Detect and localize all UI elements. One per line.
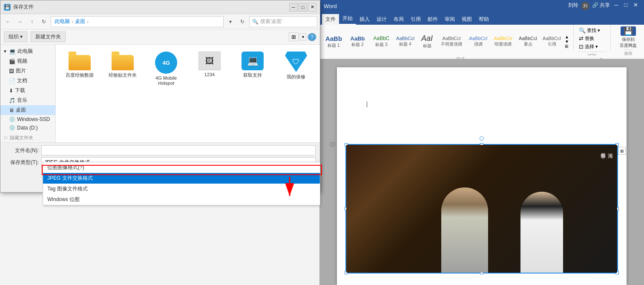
style-ref[interactable]: AaBbCcl 引用 (540, 35, 564, 48)
tab-review[interactable]: 审阅 (441, 14, 458, 25)
dialog-maximize[interactable]: □ (299, 3, 307, 12)
address-part-1[interactable]: 此电脑 (55, 18, 70, 25)
file-baidu[interactable]: 百度经验数据 (60, 49, 99, 88)
windows-ssd-label: Windows-SSD (17, 116, 50, 122)
style-h4[interactable]: AaBbCcl 标题 4 (394, 35, 417, 48)
file-warranty[interactable]: 🛡 我的保修 (276, 49, 316, 88)
pictures-icon: 🖼 (9, 68, 14, 74)
tab-view[interactable]: 视图 (458, 14, 475, 25)
sidebar-item-downloads[interactable]: ⬇ 下载 (0, 86, 55, 95)
new-folder-btn[interactable]: 新建文件夹 (31, 32, 66, 42)
help-btn[interactable]: ? (308, 33, 316, 41)
tab-mail[interactable]: 邮件 (424, 14, 441, 25)
nav-forward-btn[interactable]: → (15, 17, 25, 27)
search-placeholder: 搜索'桌面' (260, 18, 283, 25)
tab-layout[interactable]: 布局 (390, 14, 407, 25)
dialog-titlebar: 💾 保存文件 ─ □ ✕ (0, 0, 320, 14)
file-experience[interactable]: 经验贴文件夹 (104, 49, 143, 88)
downloads-label: 下载 (15, 87, 25, 94)
nav-up-btn[interactable]: ↑ (27, 17, 37, 27)
desktop-label: 桌面 (16, 107, 26, 114)
file-support[interactable]: 💻 获取支持 (233, 49, 273, 88)
search-box[interactable]: 🔍 搜索'桌面' (249, 16, 317, 27)
style-title-label: 标题 (423, 43, 431, 49)
maximize-btn[interactable]: □ (622, 2, 629, 10)
save-group[interactable]: 💾 保存到百度网盘 保存 (612, 25, 644, 58)
style-quote[interactable]: AaBbCcl 要点 (516, 35, 540, 48)
style-h2-label: 标题 2 (351, 42, 363, 48)
word-user: 刘玲 (568, 2, 578, 10)
expand-hidden-icon[interactable]: ▷ (4, 135, 9, 140)
dialog-minimize[interactable]: ─ (289, 3, 298, 12)
style-subtle[interactable]: AaBbCcl 不明显强调 (437, 35, 466, 48)
nav-back-btn[interactable]: ← (3, 17, 13, 27)
styles-scroll[interactable]: ▲ ▼ ⊞ (565, 35, 569, 49)
tab-home[interactable]: 开始 (339, 13, 356, 25)
style-h3[interactable]: AaBbC 标题 3 (370, 35, 393, 48)
nav-refresh-btn[interactable]: ↻ (39, 17, 49, 27)
address-part-2[interactable]: 桌面 (75, 18, 85, 25)
close-btn[interactable]: ✕ (632, 2, 640, 10)
dialog-close[interactable]: ✕ (308, 3, 316, 12)
file-4g-name: 4G MobileHotspot (155, 75, 177, 86)
style-h1[interactable]: AaBb 标题 1 (322, 34, 345, 49)
replace-btn[interactable]: ⇄ 替换 (578, 35, 607, 43)
sidebar-item-data-d[interactable]: 💿 Data (D:) (0, 124, 55, 132)
style-h1-preview: AaBb (325, 35, 342, 43)
video-label: 视频 (17, 58, 27, 65)
find-btn[interactable]: 🔍 查找 ▾ (578, 26, 607, 35)
tab-design[interactable]: 设计 (373, 14, 390, 25)
layout-options-icon[interactable]: ⊞ (618, 147, 626, 155)
filename-input[interactable] (41, 145, 316, 155)
sidebar-item-documents[interactable]: 📄 文档 (0, 76, 55, 86)
word-page: ⊞ 海清似乎寄居 ⚙ (337, 67, 627, 285)
filetype-dropdown[interactable]: 位图图像格式(?) JPEG 文件交换格式 Tag 图像文件格式 Windows… (43, 162, 320, 205)
file-4g[interactable]: 4G 4G MobileHotspot (147, 49, 186, 88)
rotate-handle[interactable] (480, 136, 484, 141)
share-btn[interactable]: 🔗 共享 (592, 2, 610, 10)
icon-warranty: 🛡 (285, 52, 307, 72)
address-dropdown-btn[interactable]: ▾ (225, 17, 236, 27)
minimize-btn[interactable]: ─ (612, 2, 620, 10)
sidebar-item-music[interactable]: 🎵 音乐 (0, 95, 55, 105)
tab-file[interactable]: 文件 (322, 14, 339, 25)
find-label: 查找 ▾ (587, 27, 600, 34)
style-h3-label: 标题 3 (375, 42, 387, 48)
sidebar-computer-header[interactable]: ▼ 💻 此电脑 (0, 46, 55, 56)
sidebar-item-windows-ssd[interactable]: 💿 Windows-SSD (0, 115, 55, 124)
tab-references[interactable]: 引用 (407, 14, 424, 25)
dropdown-item-bmp[interactable]: Windows 位图 (43, 194, 320, 205)
style-title[interactable]: AaI 标题 (417, 33, 437, 50)
computer-icon: 💻 (9, 48, 16, 55)
dialog-icon: 💾 (4, 4, 11, 11)
tab-insert[interactable]: 插入 (356, 14, 373, 25)
icon-4g: 4G (155, 52, 177, 74)
replace-icon: ⇄ (579, 35, 584, 42)
dropdown-item-tag[interactable]: Tag 图像文件格式 (43, 184, 320, 194)
tab-help[interactable]: 帮助 (475, 14, 492, 25)
style-emphasis[interactable]: AaBbCcl 强调 (466, 35, 490, 48)
dropdown-item-bmp-label: Windows 位图 (47, 196, 80, 202)
organize-btn[interactable]: 组织 ▾ (4, 32, 27, 42)
address-refresh-btn[interactable]: ↻ (237, 17, 247, 27)
style-strong-label: 明显强调 (494, 41, 512, 47)
sidebar-item-video[interactable]: 🎬 视频 (0, 56, 55, 66)
dropdown-item-bitmap[interactable]: 位图图像格式(?) (43, 162, 320, 173)
address-path[interactable]: 此电脑 › 桌面 › (51, 16, 224, 27)
word-window-controls: 刘玲 刘 🔗 共享 ─ □ ✕ (568, 2, 640, 10)
embedded-image: 海清似乎寄居 (346, 145, 617, 273)
style-h3-preview: AaBbC (373, 35, 389, 41)
file-warranty-name: 我的保修 (287, 74, 305, 80)
sidebar-item-pictures[interactable]: 🖼 图片 (0, 66, 55, 76)
file-1234[interactable]: 🖼 1234 (190, 49, 229, 88)
dropdown-item-jpeg[interactable]: JPEG 文件交换格式 (43, 173, 320, 184)
select-btn[interactable]: ⊡ 选择 ▾ (578, 43, 607, 51)
view-icon-btn[interactable]: ⊞ (289, 32, 299, 41)
view-arrow-btn[interactable]: ▾ (300, 33, 306, 40)
style-h2[interactable]: AaBb 标题 2 (346, 35, 369, 49)
style-strong[interactable]: AaBbCcl 明显强调 (490, 35, 516, 48)
word-image-selection[interactable]: ⊞ 海清似乎寄居 (345, 144, 618, 273)
sidebar-item-desktop[interactable]: 🖥 桌面 (0, 105, 55, 115)
save-label: 保存到百度网盘 (620, 37, 637, 49)
dialog-window-controls: ─ □ ✕ (289, 3, 316, 12)
